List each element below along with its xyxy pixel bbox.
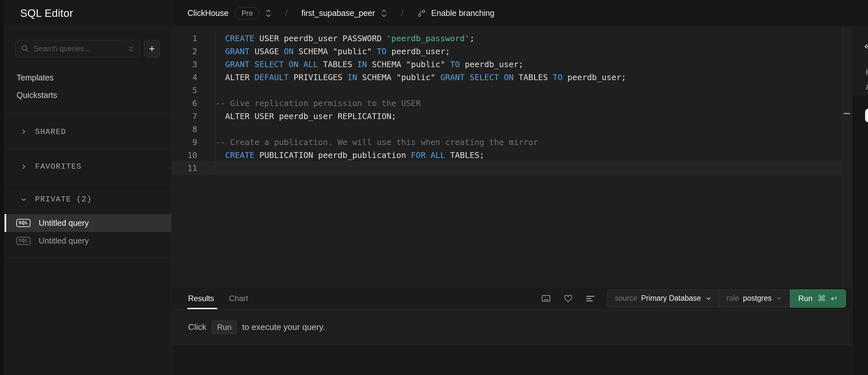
code-token: CREATE — [225, 34, 254, 43]
code-editor[interactable]: 1 CREATE USER peerdb_user PASSWORD 'peer… — [172, 27, 842, 287]
code-token: TABLES — [514, 73, 553, 82]
org-selector-unfold-icon[interactable] — [265, 9, 272, 18]
search-queries-box[interactable] — [15, 40, 140, 58]
sidebar-item-templates[interactable]: Templates — [4, 69, 171, 86]
enable-branching-label: Enable branching — [431, 8, 494, 18]
section-shared[interactable]: SHARED — [4, 114, 171, 148]
code-token — [215, 60, 225, 69]
section-label: FAVORITES — [35, 162, 82, 171]
sidebar-item-quickstarts[interactable]: Quickstarts — [4, 86, 171, 104]
breadcrumb-bar: ClickHouse Pro / first_supabase_peer / E… — [172, 0, 868, 27]
code-token: TO — [450, 60, 460, 69]
private-query-list: SQL Untitled query SQL Untitled query — [4, 214, 171, 250]
tab-chart[interactable]: Chart — [229, 287, 248, 309]
role-label: role — [727, 294, 739, 303]
results-panel: Results Chart — [172, 287, 852, 375]
format-lines-icon[interactable] — [585, 293, 595, 304]
code-line[interactable]: 3 GRANT SELECT ON ALL TABLES IN SCHEMA "… — [172, 58, 842, 71]
code-token: GRANT SELECT ON — [440, 73, 514, 82]
code-line[interactable]: 7 ALTER USER peerdb_user REPLICATION; — [172, 110, 842, 123]
code-token: TO — [553, 73, 563, 82]
code-text: -- Create a publication. We will use thi… — [197, 138, 538, 147]
code-token: USER peerdb_user PASSWORD — [254, 34, 386, 43]
code-token: ALTER — [215, 73, 254, 82]
run-label: Run — [798, 294, 812, 303]
code-token: TO — [377, 47, 386, 56]
search-icon — [21, 44, 29, 53]
results-footer — [172, 345, 852, 375]
code-token — [215, 34, 225, 43]
chevron-down-icon — [775, 295, 782, 302]
empty-state-text: to execute your query. — [242, 322, 325, 332]
collapse-panel-icon[interactable]: « — [864, 39, 868, 52]
breadcrumb-separator: / — [285, 8, 288, 19]
list-item-untitled-query-2[interactable]: SQL Untitled query — [4, 232, 171, 250]
org-name[interactable]: ClickHouse — [187, 8, 228, 18]
code-token: IN — [347, 73, 357, 82]
code-line[interactable]: 4 ALTER DEFAULT PRIVILEGES IN SCHEMA "pu… — [172, 71, 842, 84]
code-line[interactable]: 11 — [172, 162, 842, 174]
project-selector-unfold-icon[interactable] — [381, 9, 387, 18]
line-number: 4 — [172, 73, 197, 82]
list-item-untitled-query-1[interactable]: SQL Untitled query — [4, 214, 171, 232]
editor-scrollbar-track[interactable] — [842, 27, 852, 287]
line-number: 7 — [172, 112, 197, 121]
section-private[interactable]: PRIVATE (2) — [4, 184, 171, 214]
code-text: ALTER DEFAULT PRIVILEGES IN SCHEMA "publ… — [197, 73, 626, 82]
code-line[interactable]: 8 — [172, 123, 842, 136]
line-number: 1 — [172, 34, 197, 43]
code-line[interactable]: 6-- Give replication permission to the U… — [172, 97, 842, 110]
code-line[interactable]: 2 GRANT USAGE ON SCHEMA "public" TO peer… — [172, 45, 842, 58]
run-button[interactable]: Run ⌘ ↵ — [790, 289, 846, 308]
favorite-heart-icon[interactable] — [563, 293, 574, 304]
section-favorites[interactable]: FAVORITES — [4, 148, 171, 184]
source-label: source — [615, 294, 637, 303]
code-token: -- Create a publication. We will use thi… — [215, 138, 538, 147]
cmd-key-icon: ⌘ — [817, 294, 826, 303]
code-line[interactable]: 9-- Create a publication. We will use th… — [172, 136, 842, 148]
line-number: 8 — [172, 125, 197, 134]
code-line[interactable]: 10 CREATE PUBLICATION peerdb_publication… — [172, 148, 842, 162]
line-number: 6 — [172, 99, 197, 108]
line-number: 5 — [172, 86, 197, 95]
run-kbd-hint: Run — [212, 320, 237, 334]
code-line[interactable]: 1 CREATE USER peerdb_user PASSWORD 'peer… — [172, 32, 842, 45]
run-control-group: source Primary Database role postgres Ru… — [607, 289, 846, 308]
role-select[interactable]: role postgres — [719, 289, 790, 308]
code-token: USAGE — [249, 47, 284, 56]
app-nav-rail — [0, 0, 4, 375]
code-token: TABLES; — [445, 150, 484, 160]
line-number: 11 — [172, 164, 197, 173]
source-select[interactable]: source Primary Database — [607, 289, 719, 308]
tab-results[interactable]: Results — [188, 287, 214, 309]
panel-button[interactable] — [865, 109, 868, 122]
page-title: SQL Editor — [20, 7, 73, 20]
sidebar-toolbar: + — [15, 40, 160, 58]
cursor-position-marker[interactable] — [844, 113, 850, 114]
enter-key-icon: ↵ — [831, 294, 838, 303]
line-number: 9 — [172, 138, 197, 147]
plan-badge[interactable]: Pro — [235, 7, 259, 20]
code-token: peerdb_user; — [460, 60, 524, 69]
code-token: 'peerdb_password' — [386, 34, 470, 43]
sql-file-icon: SQL — [16, 219, 31, 227]
project-name[interactable]: first_supabase_peer — [302, 8, 375, 18]
code-token: CREATE — [225, 150, 254, 160]
code-token: IN — [357, 60, 367, 69]
new-query-button[interactable]: + — [144, 40, 160, 58]
active-tab-underline — [187, 308, 217, 309]
section-label: SHARED — [35, 128, 66, 136]
empty-state-text: Click — [188, 322, 206, 332]
results-header: Results Chart — [172, 287, 852, 309]
chevron-down-icon — [21, 196, 27, 203]
results-empty-state: Click Run to execute your query. — [172, 309, 852, 345]
code-text: ALTER USER peerdb_user REPLICATION; — [197, 112, 396, 121]
breadcrumb-separator: / — [401, 8, 403, 19]
enable-branching-button[interactable]: Enable branching — [417, 8, 494, 18]
sql-editor-app: SQL Editor + Templates Quickstarts — [0, 0, 868, 375]
indent-guide — [215, 32, 215, 169]
code-token: SCHEMA "public" — [357, 73, 440, 82]
keyboard-shortcuts-icon[interactable] — [541, 293, 551, 304]
code-line[interactable]: 5 — [172, 84, 842, 97]
search-input[interactable] — [33, 44, 124, 54]
